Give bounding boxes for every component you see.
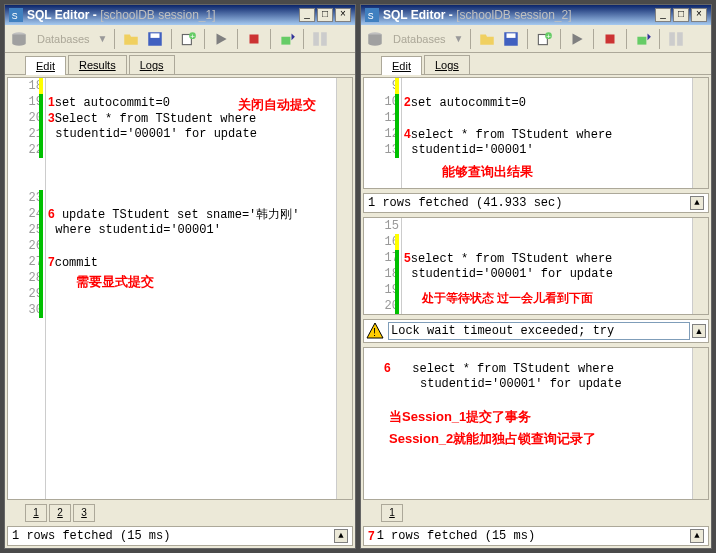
- status-bar: 7 1 rows fetched (15 ms) ▲: [363, 526, 709, 546]
- anno-2: 2: [404, 95, 411, 109]
- btab-3[interactable]: 3: [73, 504, 95, 522]
- new-tab-icon[interactable]: +: [534, 29, 554, 49]
- maximize-button[interactable]: □: [317, 8, 333, 22]
- anno-after-commit-2: Session_2就能加独占锁查询记录了: [389, 430, 596, 448]
- btab-2[interactable]: 2: [49, 504, 71, 522]
- code-area[interactable]: 5select * from TStudent where studentid=…: [402, 218, 692, 314]
- code-area[interactable]: 1set autocommit=0 3Select * from TStuden…: [46, 78, 336, 499]
- save-icon[interactable]: [501, 29, 521, 49]
- refresh-icon[interactable]: [666, 29, 686, 49]
- vertical-scrollbar[interactable]: [692, 78, 708, 188]
- export-icon[interactable]: [633, 29, 653, 49]
- app-icon: S: [365, 8, 379, 22]
- run-icon[interactable]: [567, 29, 587, 49]
- anno-7: 7: [48, 255, 55, 269]
- toolbar: Databases ▼ +: [5, 25, 355, 53]
- export-icon[interactable]: [277, 29, 297, 49]
- window-session-2: S SQL Editor - [schoolDB session_2] _ □ …: [360, 4, 712, 549]
- bottom-tabs: 1 2 3: [5, 502, 355, 524]
- vertical-scrollbar[interactable]: [692, 348, 708, 499]
- anno-5: 5: [404, 251, 411, 265]
- maximize-button[interactable]: □: [673, 8, 689, 22]
- anno-waiting: 处于等待状态 过一会儿看到下面: [422, 290, 593, 307]
- db-icon[interactable]: [365, 29, 385, 49]
- code-area[interactable]: 6 select * from TStudent where studentid…: [364, 348, 692, 499]
- status-text: 1 rows fetched (15 ms): [377, 529, 690, 543]
- warning-row: ! ▲: [363, 319, 709, 343]
- app-icon: S: [9, 8, 23, 22]
- svg-text:!: !: [373, 326, 376, 338]
- minimize-button[interactable]: _: [655, 8, 671, 22]
- svg-text:+: +: [190, 32, 195, 41]
- line-gutter: 15 16 17 18 19 20: [364, 218, 402, 314]
- titlebar: S SQL Editor - [schoolDB session_1] _ □ …: [5, 5, 355, 25]
- svg-rect-9: [281, 36, 290, 44]
- db-label: Databases: [33, 33, 94, 45]
- close-button[interactable]: ×: [691, 8, 707, 22]
- anno-autocommit: 关闭自动提交: [238, 96, 316, 114]
- vertical-scrollbar[interactable]: [692, 218, 708, 314]
- anno-6: 6: [48, 207, 55, 221]
- tab-results[interactable]: Results: [68, 55, 127, 74]
- anno-can-query: 能够查询出结果: [442, 163, 533, 181]
- status-up-icon[interactable]: ▲: [690, 529, 704, 543]
- status-up-icon[interactable]: ▲: [690, 196, 704, 210]
- db-icon[interactable]: [9, 29, 29, 49]
- save-icon[interactable]: [145, 29, 165, 49]
- line-gutter: 18 19 20 21 22 23 24 25 26 27 28 29 30: [8, 78, 46, 499]
- code-editor-mid[interactable]: 15 16 17 18 19 20 5select * from TStuden…: [363, 217, 709, 315]
- tab-logs[interactable]: Logs: [424, 55, 470, 74]
- editor-tabs: Edit Results Logs: [5, 53, 355, 75]
- svg-text:S: S: [368, 11, 374, 21]
- tab-logs[interactable]: Logs: [129, 55, 175, 74]
- anno-1: 1: [48, 95, 55, 109]
- anno-6b: 6: [384, 361, 391, 375]
- tab-edit[interactable]: Edit: [25, 56, 66, 75]
- status-text: 1 rows fetched (41.933 sec): [368, 196, 690, 210]
- svg-rect-8: [249, 34, 258, 43]
- toolbar: Databases ▼ +: [361, 25, 711, 53]
- tab-edit[interactable]: Edit: [381, 56, 422, 75]
- svg-rect-20: [605, 34, 614, 43]
- svg-text:+: +: [546, 32, 551, 41]
- svg-text:S: S: [12, 11, 18, 21]
- code-editor-bottom[interactable]: 6 select * from TStudent where studentid…: [363, 347, 709, 500]
- close-button[interactable]: ×: [335, 8, 351, 22]
- editor-tabs: Edit Logs: [361, 53, 711, 75]
- code-editor-top[interactable]: 9 10 11 12 13 2set autocommit=0 4select …: [363, 77, 709, 189]
- status-up-icon[interactable]: ▲: [692, 324, 706, 338]
- status-text: 1 rows fetched (15 ms): [12, 529, 334, 543]
- window-title: SQL Editor - [schoolDB session_2]: [383, 8, 653, 22]
- svg-rect-23: [677, 32, 683, 46]
- status-fetched-1: 1 rows fetched (41.933 sec) ▲: [363, 193, 709, 213]
- warning-message[interactable]: [388, 322, 690, 340]
- btab-1[interactable]: 1: [25, 504, 47, 522]
- open-icon[interactable]: [477, 29, 497, 49]
- line-gutter: 9 10 11 12 13: [364, 78, 402, 188]
- refresh-icon[interactable]: [310, 29, 330, 49]
- svg-rect-21: [637, 36, 646, 44]
- dropdown-icon[interactable]: ▼: [98, 33, 108, 44]
- window-title: SQL Editor - [schoolDB session_1]: [27, 8, 297, 22]
- warning-icon: !: [366, 322, 384, 340]
- svg-rect-16: [506, 33, 515, 38]
- svg-rect-22: [669, 32, 675, 46]
- anno-4: 4: [404, 127, 411, 141]
- stop-icon[interactable]: [244, 29, 264, 49]
- open-icon[interactable]: [121, 29, 141, 49]
- code-editor[interactable]: 18 19 20 21 22 23 24 25 26 27 28 29 30 1…: [7, 77, 353, 500]
- run-icon[interactable]: [211, 29, 231, 49]
- code-area[interactable]: 2set autocommit=0 4select * from TStuden…: [402, 78, 692, 188]
- btab-1[interactable]: 1: [381, 504, 403, 522]
- dropdown-icon[interactable]: ▼: [454, 33, 464, 44]
- new-tab-icon[interactable]: +: [178, 29, 198, 49]
- anno-explicit-commit: 需要显式提交: [76, 273, 154, 291]
- vertical-scrollbar[interactable]: [336, 78, 352, 499]
- status-up-icon[interactable]: ▲: [334, 529, 348, 543]
- window-session-1: S SQL Editor - [schoolDB session_1] _ □ …: [4, 4, 356, 549]
- bottom-tabs: 1: [361, 502, 711, 524]
- stop-icon[interactable]: [600, 29, 620, 49]
- db-label: Databases: [389, 33, 450, 45]
- titlebar: S SQL Editor - [schoolDB session_2] _ □ …: [361, 5, 711, 25]
- minimize-button[interactable]: _: [299, 8, 315, 22]
